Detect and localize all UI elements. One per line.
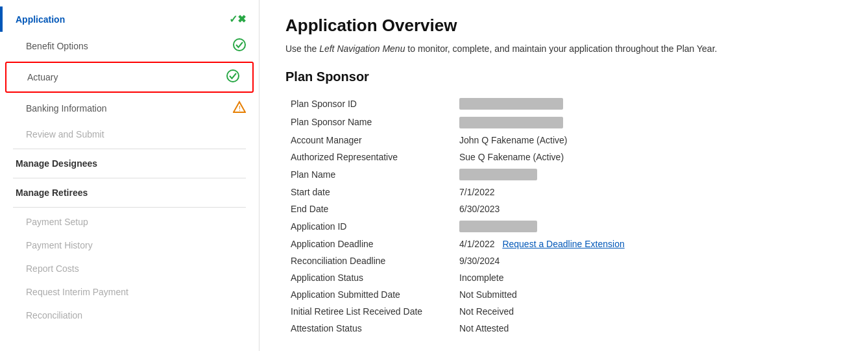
field-value-application-deadline: 4/1/2022 Request a Deadline Extension	[454, 236, 842, 252]
field-label-reconciliation-deadline: Reconciliation Deadline	[285, 252, 454, 269]
table-row: Account Manager John Q Fakename (Active)	[285, 132, 842, 149]
sidebar-item-payment-setup: Payment Setup	[0, 210, 259, 234]
field-label-application-submitted-date: Application Submitted Date	[285, 286, 454, 303]
table-row: Plan Sponsor Name	[285, 113, 842, 131]
page-title: Application Overview	[285, 16, 842, 36]
sidebar-item-payment-history-label: Payment History	[26, 240, 246, 250]
page-description-suffix: to monitor, complete, and maintain your …	[405, 43, 717, 54]
table-row: Reconciliation Deadline 9/30/2024	[285, 252, 842, 269]
sidebar-item-manage-retirees[interactable]: Manage Retirees	[0, 181, 259, 204]
sidebar-item-application[interactable]: Application ✓✖	[0, 6, 259, 32]
svg-text:!: !	[239, 104, 241, 112]
sidebar-item-actuary[interactable]: Actuary	[6, 63, 252, 91]
sidebar-item-payment-setup-label: Payment Setup	[26, 217, 246, 227]
divider-1	[13, 149, 246, 149]
svg-point-0	[234, 39, 245, 51]
field-label-plan-sponsor-id: Plan Sponsor ID	[285, 95, 454, 113]
redacted-application-id	[459, 221, 537, 232]
sidebar-item-reconciliation: Reconciliation	[0, 304, 259, 327]
table-row: Plan Sponsor ID	[285, 95, 842, 113]
table-row: Application Status Incomplete	[285, 269, 842, 286]
warn-icon-banking: !	[233, 101, 246, 116]
sidebar-item-reconciliation-label: Reconciliation	[26, 310, 246, 321]
main-content: Application Overview Use the Left Naviga…	[259, 0, 868, 351]
sidebar-item-review-submit-label: Review and Submit	[26, 129, 246, 139]
sidebar-item-report-costs-label: Report Costs	[26, 263, 246, 274]
table-row: Plan Name	[285, 165, 842, 184]
sidebar-item-review-and-submit: Review and Submit	[0, 123, 259, 146]
field-value-application-status: Incomplete	[454, 269, 842, 286]
field-label-authorized-rep: Authorized Representative	[285, 149, 454, 165]
sidebar: Application ✓✖ Benefit Options Actuary B…	[0, 0, 259, 351]
check-icon-application: ✓✖	[229, 13, 246, 25]
section-plan-sponsor-title: Plan Sponsor	[285, 69, 842, 84]
field-label-application-deadline: Application Deadline	[285, 236, 454, 252]
divider-2	[13, 178, 246, 178]
sidebar-item-benefit-options[interactable]: Benefit Options	[0, 32, 259, 60]
field-value-plan-sponsor-id	[454, 95, 842, 113]
page-description-prefix: Use the	[285, 43, 319, 54]
check-icon-benefit-options	[233, 38, 246, 54]
table-row: Application Submitted Date Not Submitted	[285, 286, 842, 303]
field-label-plan-name: Plan Name	[285, 165, 454, 184]
sidebar-item-actuary-label: Actuary	[27, 72, 221, 82]
divider-3	[13, 207, 246, 208]
field-value-start-date: 7/1/2022	[454, 184, 842, 200]
field-value-end-date: 6/30/2023	[454, 200, 842, 217]
field-value-application-id	[454, 217, 842, 236]
field-value-account-manager: John Q Fakename (Active)	[454, 132, 842, 149]
request-deadline-extension-link[interactable]: Request a Deadline Extension	[502, 239, 624, 249]
sidebar-item-banking-information-label: Banking Information	[26, 103, 228, 114]
sidebar-item-application-label: Application	[16, 14, 224, 25]
field-value-plan-sponsor-name	[454, 113, 842, 131]
sidebar-item-manage-retirees-label: Manage Retirees	[16, 188, 246, 198]
svg-point-1	[227, 70, 239, 82]
field-label-initial-retiree-list: Initial Retiree List Received Date	[285, 303, 454, 320]
sidebar-item-manage-designees[interactable]: Manage Designees	[0, 152, 259, 175]
sidebar-item-request-interim-payment-label: Request Interim Payment	[26, 287, 246, 297]
redacted-plan-sponsor-id	[459, 98, 563, 110]
field-value-authorized-rep: Sue Q Fakename (Active)	[454, 149, 842, 165]
table-row: Authorized Representative Sue Q Fakename…	[285, 149, 842, 165]
page-description: Use the Left Navigation Menu to monitor,…	[285, 43, 842, 54]
field-label-application-id: Application ID	[285, 217, 454, 236]
field-value-plan-name	[454, 165, 842, 184]
sidebar-item-report-costs: Report Costs	[0, 257, 259, 280]
field-label-attestation-status: Attestation Status	[285, 320, 454, 337]
table-row: Attestation Status Not Attested	[285, 320, 842, 337]
field-label-account-manager: Account Manager	[285, 132, 454, 149]
table-row: Initial Retiree List Received Date Not R…	[285, 303, 842, 320]
sidebar-item-banking-information[interactable]: Banking Information !	[0, 94, 259, 123]
field-value-attestation-status: Not Attested	[454, 320, 842, 337]
table-row: Application ID	[285, 217, 842, 236]
field-value-reconciliation-deadline: 9/30/2024	[454, 252, 842, 269]
sidebar-item-payment-history: Payment History	[0, 234, 259, 257]
page-description-nav: Left Navigation Menu	[319, 43, 405, 54]
sidebar-item-request-interim-payment: Request Interim Payment	[0, 280, 259, 304]
sidebar-item-benefit-options-label: Benefit Options	[26, 41, 228, 51]
sidebar-item-manage-designees-label: Manage Designees	[16, 158, 246, 169]
field-label-application-status: Application Status	[285, 269, 454, 286]
field-value-application-submitted-date: Not Submitted	[454, 286, 842, 303]
field-label-plan-sponsor-name: Plan Sponsor Name	[285, 113, 454, 131]
field-value-initial-retiree-list: Not Received	[454, 303, 842, 320]
table-row: Application Deadline 4/1/2022 Request a …	[285, 236, 842, 252]
redacted-plan-sponsor-name	[459, 117, 563, 128]
field-label-end-date: End Date	[285, 200, 454, 217]
check-icon-actuary	[226, 69, 239, 85]
table-row: Start date 7/1/2022	[285, 184, 842, 200]
plan-sponsor-table: Plan Sponsor ID Plan Sponsor Name Accoun…	[285, 95, 842, 337]
field-label-start-date: Start date	[285, 184, 454, 200]
redacted-plan-name	[459, 169, 537, 180]
table-row: End Date 6/30/2023	[285, 200, 842, 217]
